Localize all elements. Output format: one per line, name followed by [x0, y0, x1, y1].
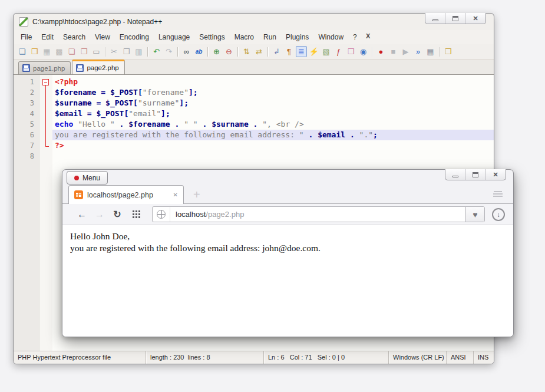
replace-icon[interactable]: ab	[193, 46, 204, 57]
code-line[interactable]: 8	[14, 151, 494, 162]
download-button[interactable]: ↓	[492, 208, 505, 221]
cut-icon[interactable]: ✂	[108, 46, 120, 57]
code-line[interactable]: 7?>	[14, 140, 494, 151]
maximize-button[interactable]	[465, 169, 485, 180]
menu-item-plugins[interactable]: Plugins	[281, 31, 313, 43]
macro-save-icon[interactable]: ▦	[425, 46, 436, 57]
code-line[interactable]: 4$email = $_POST["email"];	[14, 108, 494, 119]
menu-item-settings[interactable]: Settings	[194, 31, 229, 43]
code-text: <?php	[52, 77, 494, 87]
macro-record-icon[interactable]: ●	[375, 46, 387, 57]
paste-icon[interactable]: ▥	[133, 46, 144, 57]
browser-window-controls: ✕	[445, 169, 506, 180]
line-number: 7	[14, 140, 39, 151]
toolbar-separator	[147, 47, 148, 57]
word-wrap-icon[interactable]: ↲	[271, 46, 282, 57]
code-line[interactable]: 5echo "Hello " . $forename . " " . $surn…	[14, 119, 494, 130]
zoom-out-icon[interactable]: ⊖	[223, 46, 234, 57]
indent-guide-icon[interactable]: ≣	[296, 46, 307, 57]
site-badge-button[interactable]	[153, 207, 170, 222]
tab-stack-icon[interactable]	[493, 191, 503, 197]
close-all-documents-icon[interactable]: ❐	[78, 46, 90, 57]
notepad-titlebar[interactable]: C:\xampp\htdocs\page2.php - Notepad++ ✕	[14, 14, 494, 30]
code-line[interactable]: 1<?php	[14, 77, 494, 87]
npp-tab-page1.php[interactable]: page1.php	[18, 61, 71, 74]
show-all-characters-icon[interactable]: ¶	[283, 46, 295, 57]
tab-close-icon[interactable]: ✕	[173, 192, 178, 198]
zoom-in-icon[interactable]: ⊕	[211, 46, 222, 57]
menu-item-language[interactable]: Language	[154, 31, 194, 43]
minimize-button[interactable]	[445, 169, 465, 180]
code-text: $surname = $_POST["surname"];	[52, 98, 494, 108]
document-map-icon[interactable]: ▧	[321, 46, 332, 57]
code-text: ?>	[52, 140, 494, 151]
code-line[interactable]: 3$surname = $_POST["surname"];	[14, 98, 494, 108]
function-list-icon[interactable]: ƒ	[333, 46, 344, 57]
opera-menu-label: Menu	[82, 174, 100, 182]
copy-icon[interactable]: ❐	[121, 46, 132, 57]
menubar-close-x[interactable]: X	[366, 32, 370, 39]
menu-item-window[interactable]: Window	[313, 31, 348, 43]
browser-window: Menu ✕ localhost/page2.php ✕ + ← → ↻ loc…	[62, 169, 514, 337]
toolbar-separator	[237, 47, 238, 57]
folder-as-workspace-icon[interactable]: ❒	[345, 46, 356, 57]
browser-tab[interactable]: localhost/page2.php ✕	[68, 185, 184, 204]
forward-button[interactable]: →	[91, 209, 108, 220]
npp-tabbar: page1.phppage2.php	[14, 60, 494, 75]
menu-item-encoding[interactable]: Encoding	[115, 31, 154, 43]
open-containing-folder-icon[interactable]: ❒	[442, 46, 454, 57]
xampp-favicon	[74, 190, 83, 199]
npp-menu-items: FileEditSearchViewEncodingLanguageSettin…	[16, 31, 362, 43]
menu-item-[interactable]: ?	[348, 31, 362, 43]
run-script-icon[interactable]: ⚡	[308, 46, 319, 57]
reload-button[interactable]: ↻	[108, 209, 126, 220]
code-text: you are registered with the following em…	[52, 130, 494, 140]
minimize-button[interactable]	[425, 13, 445, 24]
close-document-icon[interactable]: ❏	[66, 46, 77, 57]
sync-horizontal-scroll-icon[interactable]: ⇄	[253, 46, 265, 57]
code-line[interactable]: 6you are registered with the following e…	[14, 130, 494, 140]
toolbar-separator	[372, 47, 372, 57]
menu-item-search[interactable]: Search	[58, 31, 90, 43]
close-button[interactable]: ✕	[465, 13, 485, 24]
new-tab-button[interactable]: +	[193, 188, 200, 202]
opera-menu-button[interactable]: Menu	[67, 171, 108, 185]
address-bar[interactable]: localhost/page2.php ♥	[152, 206, 485, 222]
code-line[interactable]: 2$forename = $_POST["forename"];	[14, 87, 494, 98]
macro-stop-icon[interactable]: ■	[388, 46, 399, 57]
saved-file-icon	[22, 64, 30, 72]
save-icon[interactable]: ▦	[41, 46, 52, 57]
maximize-icon	[473, 172, 478, 177]
menu-item-run[interactable]: Run	[259, 31, 281, 43]
npp-tab-page2.php[interactable]: page2.php	[72, 60, 124, 74]
find-icon[interactable]: ∞	[181, 46, 192, 57]
print-icon[interactable]: ▭	[91, 46, 102, 57]
sync-vertical-scroll-icon[interactable]: ⇅	[241, 46, 252, 57]
address-url[interactable]: localhost/page2.php	[170, 210, 465, 219]
npp-code-lines: 1<?php2$forename = $_POST["forename"];3$…	[14, 75, 494, 162]
close-icon: ✕	[473, 15, 478, 22]
fold-margin	[39, 140, 52, 151]
document-monitor-icon[interactable]: ◉	[358, 46, 369, 57]
menu-item-file[interactable]: File	[16, 31, 37, 43]
back-button[interactable]: ←	[73, 209, 91, 220]
fold-toggle-icon[interactable]	[39, 77, 52, 87]
menu-item-view[interactable]: View	[90, 31, 115, 43]
save-all-icon[interactable]: ▩	[54, 46, 65, 57]
menu-item-macro[interactable]: Macro	[230, 31, 259, 43]
status-eol-format: Windows (CR LF)	[389, 351, 447, 364]
close-button[interactable]: ✕	[485, 169, 506, 180]
redo-icon[interactable]: ↷	[163, 46, 174, 57]
menu-item-edit[interactable]: Edit	[37, 31, 58, 43]
new-file-icon[interactable]: ❏	[16, 46, 28, 57]
minimize-icon	[452, 176, 458, 177]
undo-icon[interactable]: ↶	[151, 46, 162, 57]
bookmark-heart-button[interactable]: ♥	[465, 207, 484, 222]
macro-play-icon[interactable]: ▶	[400, 46, 411, 57]
address-path: /page2.php	[206, 210, 244, 219]
maximize-button[interactable]	[445, 13, 465, 24]
macro-run-multiple-icon[interactable]: »	[412, 46, 424, 57]
status-doc-type: PHP Hypertext Preprocessor file	[14, 351, 146, 364]
speed-dial-icon[interactable]	[126, 213, 146, 215]
open-folder-icon[interactable]: ❒	[29, 46, 40, 57]
